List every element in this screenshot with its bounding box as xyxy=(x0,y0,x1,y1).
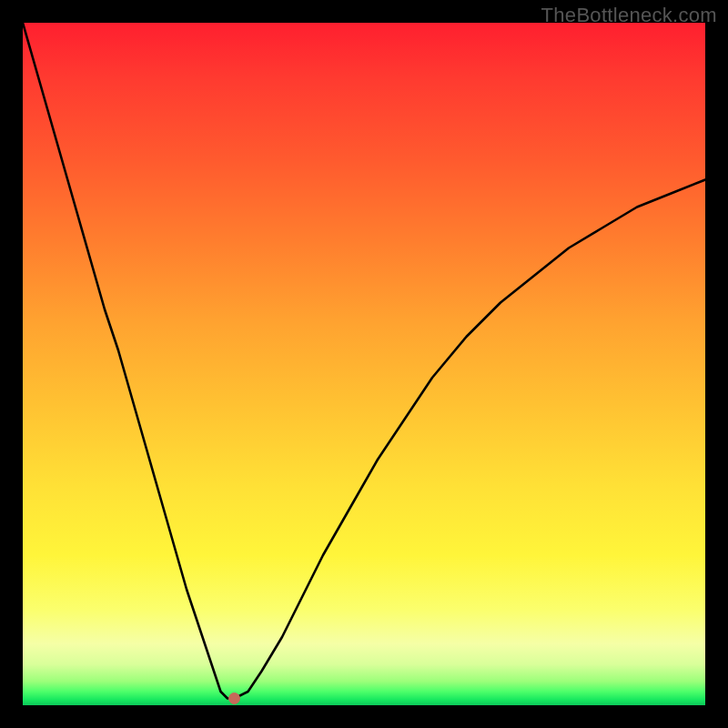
chart-frame: TheBottleneck.com xyxy=(0,0,728,728)
plot-area xyxy=(23,23,705,705)
bottleneck-curve xyxy=(23,23,705,699)
watermark-text: TheBottleneck.com xyxy=(541,4,717,27)
curve-layer xyxy=(23,23,705,705)
optimal-point-marker xyxy=(229,693,240,704)
